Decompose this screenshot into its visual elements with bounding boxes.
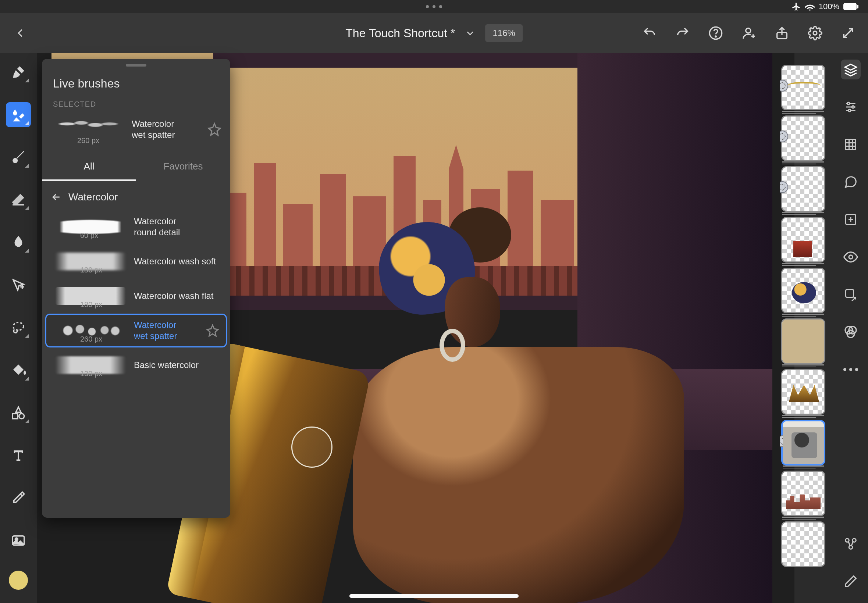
app-top-bar: The Touch Shortcut * 116%: [0, 13, 868, 53]
svg-point-4: [746, 28, 751, 33]
brush-row[interactable]: 180 px Watercolor wash flat: [46, 280, 226, 312]
layer-thumbnail[interactable]: [781, 267, 825, 313]
brush-size: 180 px: [80, 300, 102, 309]
edit-button[interactable]: [841, 571, 861, 591]
smudge-tool[interactable]: [6, 230, 31, 255]
favorite-star-icon[interactable]: [207, 122, 221, 136]
comments-button[interactable]: [841, 172, 861, 192]
brush-panel: Live brushes SELECTED 260 px Watercolor …: [42, 59, 230, 518]
brush-name: Watercolor wash flat: [134, 291, 214, 302]
layers-strip[interactable]: [780, 62, 830, 588]
brush-row[interactable]: 130 px Basic watercolor: [46, 349, 226, 381]
svg-point-14: [852, 106, 854, 108]
redo-button[interactable]: [675, 25, 691, 41]
layer-thumbnail[interactable]: [781, 369, 825, 415]
brush-name: Basic watercolor: [134, 360, 199, 371]
battery-percent: 100%: [819, 2, 839, 11]
svg-point-18: [849, 255, 853, 259]
brush-size: 260 px: [80, 335, 102, 343]
type-tool[interactable]: [6, 443, 31, 468]
chevron-down-icon[interactable]: [465, 28, 475, 38]
brush-row[interactable]: 60 px Watercolorround detail: [46, 211, 226, 243]
properties-button[interactable]: [841, 97, 861, 117]
brush-tabs: All Favorites: [42, 153, 230, 181]
svg-rect-0: [843, 3, 857, 10]
tab-all[interactable]: All: [42, 153, 136, 181]
brush-size: 130 px: [80, 370, 102, 378]
svg-point-3: [715, 36, 716, 37]
svg-rect-19: [846, 290, 854, 297]
move-tool[interactable]: [6, 272, 31, 297]
lasso-tool[interactable]: [6, 315, 31, 340]
svg-point-6: [813, 31, 817, 35]
tab-favorites[interactable]: Favorites: [136, 153, 230, 181]
layer-thumbnail[interactable]: [781, 116, 825, 161]
eyedropper-tool[interactable]: [6, 485, 31, 510]
right-rail: [834, 53, 868, 603]
layer-thumbnail[interactable]: [781, 521, 825, 567]
wifi-icon: [805, 2, 815, 12]
selected-brush-preview: [53, 114, 124, 134]
zoom-level[interactable]: 116%: [485, 24, 522, 42]
brush-category-breadcrumb[interactable]: Watercolor: [42, 181, 230, 210]
color-harmony-button[interactable]: [841, 322, 861, 342]
undo-button[interactable]: [641, 25, 658, 41]
foreground-color-swatch[interactable]: [9, 571, 28, 590]
brush-tool[interactable]: [6, 145, 31, 170]
help-button[interactable]: [708, 25, 724, 41]
layer-thumbnail[interactable]: [781, 166, 825, 212]
layer-thumbnail[interactable]: [781, 471, 825, 516]
panel-title: Live brushes: [42, 66, 230, 100]
shape-tool[interactable]: [6, 400, 31, 425]
brush-name-2: round detail: [134, 227, 180, 238]
brush-list: 60 px Watercolorround detail 180 px Wate…: [42, 210, 230, 382]
svg-point-8: [13, 322, 23, 330]
airplane-mode-icon: [792, 2, 801, 11]
selected-brush-name-2: wet spatter: [132, 130, 175, 141]
svg-point-13: [847, 102, 849, 104]
fill-tool[interactable]: [6, 358, 31, 383]
layer-thumbnail[interactable]: [781, 217, 825, 263]
multitask-dots-icon[interactable]: [426, 5, 442, 8]
grid-button[interactable]: [841, 135, 861, 155]
selected-label: SELECTED: [42, 100, 230, 112]
panel-drag-handle[interactable]: [126, 64, 146, 66]
brush-name: Watercolor: [134, 216, 180, 227]
arrow-left-icon: [51, 192, 62, 203]
fullscreen-button[interactable]: [840, 25, 856, 41]
selected-brush-size: 260 px: [53, 136, 124, 145]
document-title[interactable]: The Touch Shortcut *: [345, 26, 455, 40]
brush-category-name: Watercolor: [68, 191, 118, 203]
brush-name: Watercolor: [134, 320, 177, 331]
selected-brush-row[interactable]: 260 px Watercolor wet spatter: [42, 112, 230, 153]
ios-status-bar: 100%: [0, 0, 868, 13]
adjust-brush-tool[interactable]: [6, 60, 31, 85]
invite-button[interactable]: [741, 25, 757, 41]
svg-point-9: [19, 413, 24, 418]
layer-thumbnail[interactable]: [781, 420, 825, 465]
touch-shortcut-ring[interactable]: [291, 427, 333, 468]
svg-rect-10: [12, 413, 18, 418]
nodes-button[interactable]: [841, 534, 861, 554]
brush-row[interactable]: 180 px Watercolor wash soft: [46, 246, 226, 277]
svg-point-7: [12, 158, 18, 163]
layers-panel-button[interactable]: [841, 60, 861, 79]
place-image-tool[interactable]: [6, 528, 31, 553]
layer-thumbnail[interactable]: [781, 319, 825, 364]
layer-thumbnail[interactable]: [781, 65, 825, 110]
svg-rect-1: [857, 5, 859, 8]
svg-rect-16: [846, 140, 856, 150]
favorite-star-icon[interactable]: [206, 324, 219, 337]
export-button[interactable]: [841, 284, 861, 305]
more-options-button[interactable]: [841, 360, 861, 379]
brush-row[interactable]: 260 px Watercolorwet spatter: [46, 315, 226, 346]
live-brush-tool[interactable]: [6, 102, 31, 127]
share-button[interactable]: [774, 25, 790, 41]
eraser-tool[interactable]: [6, 187, 31, 212]
visibility-button[interactable]: [841, 247, 861, 267]
brush-name-2: wet spatter: [134, 331, 177, 342]
home-indicator[interactable]: [350, 594, 518, 598]
add-layer-button[interactable]: [841, 210, 861, 229]
settings-button[interactable]: [807, 25, 823, 41]
back-button[interactable]: [12, 24, 29, 42]
